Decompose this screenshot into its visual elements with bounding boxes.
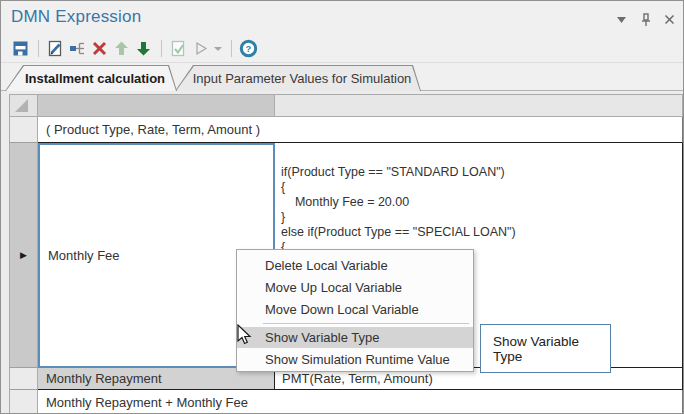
grid-select-all-corner[interactable]	[9, 94, 38, 117]
play-icon	[193, 41, 208, 56]
menu-item-show-variable-type[interactable]: Show Variable Type	[237, 327, 473, 348]
menu-item-delete-local-variable[interactable]: Delete Local Variable	[237, 255, 473, 276]
tab-input-parameter-values[interactable]: Input Parameter Values for Simulation	[175, 65, 421, 91]
close-icon	[664, 14, 675, 25]
code-line: if(Product Type == "STANDARD LOAN")	[281, 165, 678, 180]
total-expression-text: Monthly Repayment + Monthly Fee	[46, 395, 248, 410]
tooltip-text: Show Variable Type	[493, 334, 610, 364]
show-variable-type-tooltip: Show Variable Type	[480, 324, 611, 373]
dmn-expression-window: DMN Expression	[0, 0, 684, 414]
tab-installment-calculation[interactable]: Installment calculation	[5, 65, 177, 91]
total-expression-row[interactable]: Monthly Repayment + Monthly Fee	[38, 390, 683, 414]
save-button[interactable]	[10, 38, 31, 59]
code-line: else if(Product Type == "SPECIAL LOAN")	[281, 225, 678, 240]
titlebar: DMN Expression	[1, 1, 683, 35]
delete-x-icon	[91, 40, 108, 57]
save-icon	[12, 40, 29, 57]
parameters-row[interactable]: ( Product Type, Rate, Term, Amount )	[38, 117, 683, 143]
move-up-button[interactable]	[111, 38, 132, 59]
help-icon: ?	[239, 39, 258, 58]
toolbar-separator	[231, 40, 232, 57]
close-button[interactable]	[662, 12, 677, 27]
variable-name: Monthly Repayment	[46, 371, 162, 386]
tab-label: Input Parameter Values for Simulation	[185, 71, 412, 86]
column-header-expression[interactable]	[275, 94, 683, 117]
select-all-triangle-icon	[15, 99, 28, 112]
pin-button[interactable]	[638, 12, 653, 27]
chevron-down-icon	[616, 16, 627, 24]
menu-item-move-down-local-variable[interactable]: Move Down Local Variable	[237, 299, 473, 320]
current-row-marker-icon: ▶	[20, 250, 27, 260]
row-header-parameters[interactable]	[9, 117, 38, 143]
edit-document-icon	[47, 40, 64, 57]
row-header-monthly-fee[interactable]: ▶	[9, 143, 38, 368]
titlebar-controls	[614, 12, 677, 27]
toolbar-separator	[38, 40, 39, 57]
delete-button[interactable]	[89, 38, 110, 59]
window-title: DMN Expression	[11, 7, 141, 27]
tab-bar: Installment calculation Input Parameter …	[1, 63, 683, 91]
context-menu: Delete Local Variable Move Up Local Vari…	[236, 249, 474, 372]
help-button[interactable]: ?	[238, 38, 259, 59]
toolbar: ?	[1, 35, 683, 63]
column-header-name[interactable]	[38, 94, 275, 117]
expression-text: PMT(Rate, Term, Amount)	[282, 371, 433, 386]
run-options-dropdown[interactable]	[212, 38, 224, 59]
menu-separator	[263, 323, 469, 324]
local-variable-tree-icon	[69, 40, 87, 57]
mouse-cursor-icon	[237, 324, 253, 350]
row-header-monthly-repayment[interactable]	[9, 368, 38, 390]
menu-item-show-simulation-runtime-value[interactable]: Show Simulation Runtime Value	[237, 349, 473, 370]
menu-item-move-up-local-variable[interactable]: Move Up Local Variable	[237, 277, 473, 298]
toolbar-separator	[161, 40, 162, 57]
parameters-text: ( Product Type, Rate, Term, Amount )	[46, 122, 260, 137]
move-down-button[interactable]	[133, 38, 154, 59]
arrow-down-icon	[135, 40, 152, 57]
window-menu-button[interactable]	[614, 12, 629, 27]
code-line: Monthly Fee = 20.00	[281, 195, 678, 210]
run-simulation-button[interactable]	[190, 38, 211, 59]
code-line: }	[281, 210, 678, 225]
validate-document-icon	[170, 40, 187, 57]
variable-name: Monthly Fee	[48, 248, 120, 263]
row-header-total[interactable]	[9, 390, 38, 414]
validate-button[interactable]	[168, 38, 189, 59]
code-line: {	[281, 180, 678, 195]
tab-label: Installment calculation	[17, 71, 165, 86]
svg-text:?: ?	[246, 43, 252, 54]
add-local-variable-button[interactable]	[67, 38, 88, 59]
chevron-down-icon	[214, 46, 222, 52]
arrow-up-icon	[113, 40, 130, 57]
modify-expression-button[interactable]	[45, 38, 66, 59]
pin-icon	[640, 13, 652, 27]
